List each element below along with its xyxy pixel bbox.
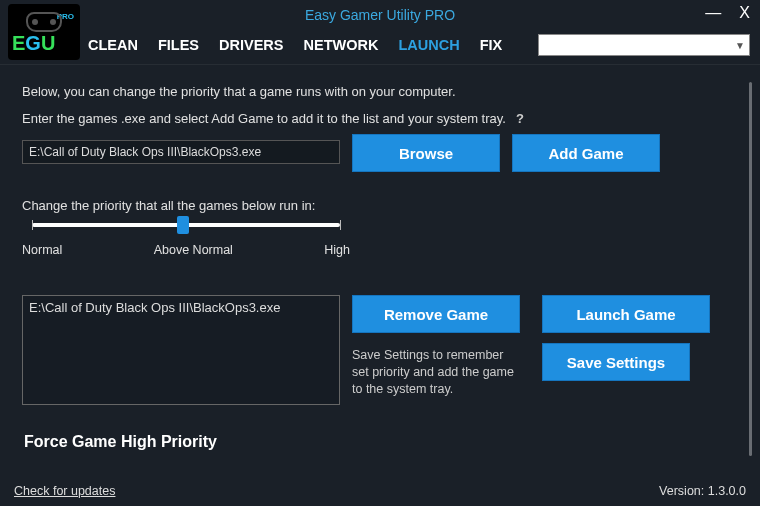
priority-slider-label: Change the priority that all the games b…	[22, 198, 732, 213]
minimize-icon[interactable]: —	[705, 4, 721, 22]
help-icon[interactable]: ?	[516, 111, 524, 126]
content-area: Below, you can change the priority that …	[14, 74, 738, 470]
nav-divider	[0, 64, 760, 65]
tab-network[interactable]: NETWORK	[304, 37, 379, 53]
game-path-input[interactable]	[22, 140, 340, 164]
version-label: Version: 1.3.0.0	[659, 484, 746, 498]
save-hint-text: Save Settings to remember set priority a…	[352, 343, 520, 398]
slider-mark-normal: Normal	[22, 243, 62, 257]
main-navbar: CLEAN FILES DRIVERS NETWORK LAUNCH FIX ▼	[0, 30, 760, 60]
window-title: Easy Gamer Utility PRO	[0, 7, 760, 23]
instruction-text: Enter the games .exe and select Add Game…	[22, 111, 506, 126]
add-game-button[interactable]: Add Game	[512, 134, 660, 172]
app-logo: PRO E G U	[8, 4, 80, 60]
intro-text: Below, you can change the priority that …	[22, 84, 732, 99]
games-listbox[interactable]: E:\Call of Duty Black Ops III\BlackOps3.…	[22, 295, 340, 405]
content-scrollbar[interactable]	[749, 82, 752, 456]
list-item[interactable]: E:\Call of Duty Black Ops III\BlackOps3.…	[29, 300, 333, 315]
priority-slider[interactable]	[32, 223, 340, 227]
titlebar: PRO E G U Easy Gamer Utility PRO — X	[0, 0, 760, 30]
close-icon[interactable]: X	[739, 4, 750, 22]
tab-clean[interactable]: CLEAN	[88, 37, 138, 53]
nav-dropdown[interactable]: ▼	[538, 34, 750, 56]
tab-files[interactable]: FILES	[158, 37, 199, 53]
force-priority-heading: Force Game High Priority	[24, 433, 732, 451]
launch-game-button[interactable]: Launch Game	[542, 295, 710, 333]
gamepad-icon	[26, 12, 62, 32]
remove-game-button[interactable]: Remove Game	[352, 295, 520, 333]
footer: Check for updates Version: 1.3.0.0	[0, 476, 760, 506]
slider-mark-high: High	[324, 243, 350, 257]
tab-drivers[interactable]: DRIVERS	[219, 37, 283, 53]
tab-launch[interactable]: LAUNCH	[398, 37, 459, 53]
save-settings-button[interactable]: Save Settings	[542, 343, 690, 381]
chevron-down-icon: ▼	[735, 40, 745, 51]
tab-fix[interactable]: FIX	[480, 37, 503, 53]
browse-button[interactable]: Browse	[352, 134, 500, 172]
check-updates-link[interactable]: Check for updates	[14, 484, 115, 498]
slider-thumb[interactable]	[177, 216, 189, 234]
slider-mark-above-normal: Above Normal	[154, 243, 233, 257]
